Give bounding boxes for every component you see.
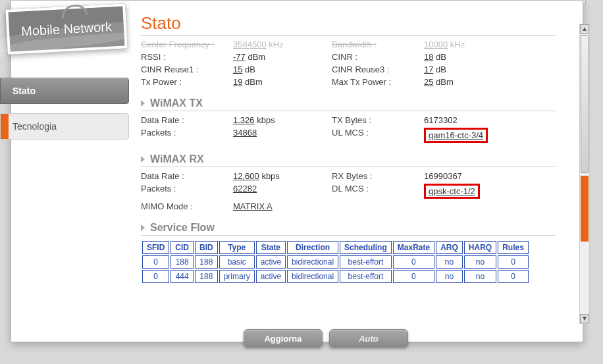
scrollbar-marker bbox=[581, 176, 589, 242]
table-header: Type bbox=[219, 241, 255, 254]
main-content: Stato Center Frequency : 3584500 kHz Ban… bbox=[141, 13, 569, 323]
auto-button[interactable]: Auto bbox=[329, 329, 408, 348]
tx-packets-value: 34868 bbox=[233, 128, 332, 143]
tx-datarate-value: 1.326 kbps bbox=[233, 115, 332, 125]
table-cell: no bbox=[436, 255, 463, 269]
rx-packets-label: Packets : bbox=[141, 184, 233, 199]
table-cell: bidirectional bbox=[287, 270, 338, 283]
rx-datarate-value: 12.600 kbps bbox=[233, 171, 332, 181]
rx-bytes-value: 16990367 bbox=[424, 171, 523, 181]
center-freq-label: Center Frequency : bbox=[141, 39, 233, 49]
table-header: SFID bbox=[142, 241, 169, 254]
rssi-value: -77 dBm bbox=[233, 52, 332, 62]
table-cell: 188 bbox=[195, 255, 218, 269]
arrow-right-icon bbox=[141, 224, 145, 231]
scroll-down-icon[interactable]: ▼ bbox=[580, 314, 589, 323]
button-row: Aggiorna Auto bbox=[244, 329, 408, 348]
table-header: Rules bbox=[498, 241, 529, 254]
sidebar-item-label: Stato bbox=[13, 86, 36, 96]
dlmcs-value: qpsk-ctc-1/2 bbox=[424, 184, 523, 199]
rssi-label: RSSI : bbox=[141, 52, 233, 62]
vertical-scrollbar[interactable]: ▲ ▼ bbox=[579, 24, 590, 324]
bandwidth-value: 10000 kHz bbox=[424, 39, 523, 49]
table-header: State bbox=[256, 241, 286, 254]
table-cell: best-effort bbox=[340, 255, 392, 269]
brand-text: Mobile Network bbox=[21, 19, 113, 39]
table-cell: 0 bbox=[498, 270, 529, 283]
table-header: HARQ bbox=[464, 241, 496, 254]
sidebar: Stato Tecnologia bbox=[0, 78, 129, 149]
cinr-label: CINR : bbox=[332, 52, 424, 62]
table-row: 0444188primaryactivebidirectionalbest-ef… bbox=[142, 270, 529, 283]
table-header: Direction bbox=[287, 241, 338, 254]
cinr-r1-label: CINR Reuse1 : bbox=[141, 65, 233, 74]
tx-bytes-value: 6173302 bbox=[424, 115, 523, 125]
section-service-flow: Service Flow bbox=[141, 222, 569, 234]
table-cell: 444 bbox=[170, 270, 194, 283]
table-cell: 0 bbox=[142, 255, 169, 269]
table-cell: no bbox=[464, 270, 496, 283]
table-cell: no bbox=[464, 255, 496, 269]
rx-bytes-label: RX Bytes : bbox=[332, 171, 424, 181]
sidebar-item-tecnologia[interactable]: Tecnologia bbox=[0, 113, 129, 140]
ulmcs-label: UL MCS : bbox=[332, 128, 424, 143]
cinr-r3-label: CINR Reuse3 : bbox=[332, 65, 424, 74]
scroll-up-icon[interactable]: ▲ bbox=[580, 24, 589, 34]
table-cell: basic bbox=[219, 255, 255, 269]
tx-packets-label: Packets : bbox=[141, 128, 233, 143]
sidebar-item-label: Tecnologia bbox=[13, 121, 57, 132]
table-cell: best-effort bbox=[340, 270, 392, 283]
txpower-value: 19 dBm bbox=[233, 77, 332, 87]
table-cell: no bbox=[436, 270, 463, 283]
section-wimax-tx: WiMAX TX bbox=[141, 97, 569, 109]
table-cell: active bbox=[256, 255, 286, 269]
txpower-label: Tx Power : bbox=[141, 77, 233, 87]
table-cell: 188 bbox=[195, 270, 218, 283]
maxtx-value: 25 dBm bbox=[424, 77, 523, 87]
arrow-right-icon bbox=[141, 156, 145, 163]
scrollbar-thumb[interactable] bbox=[581, 35, 589, 173]
cinr-r3-value: 17 dB bbox=[424, 65, 523, 74]
section-title: Service Flow bbox=[150, 222, 215, 234]
table-cell: bidirectional bbox=[287, 255, 338, 269]
tx-datarate-label: Data Rate : bbox=[141, 115, 233, 125]
table-cell: 0 bbox=[142, 270, 169, 283]
dlmcs-label: DL MCS : bbox=[332, 184, 424, 199]
refresh-button[interactable]: Aggiorna bbox=[244, 329, 323, 348]
table-cell: active bbox=[256, 270, 286, 283]
table-row: 0188188basicactivebidirectionalbest-effo… bbox=[142, 255, 529, 269]
maxtx-label: Max Tx Power : bbox=[332, 77, 424, 87]
table-cell: 0 bbox=[393, 255, 434, 269]
table-cell: primary bbox=[219, 270, 255, 283]
rx-packets-value: 62282 bbox=[233, 184, 332, 199]
section-wimax-rx: WiMAX RX bbox=[141, 153, 569, 165]
tx-bytes-label: TX Bytes : bbox=[332, 115, 424, 125]
cinr-r1-value: 15 dB bbox=[233, 65, 332, 74]
table-header: BID bbox=[195, 241, 218, 254]
page-title: Stato bbox=[141, 13, 569, 34]
service-flow-table: SFIDCIDBIDTypeStateDirectionSchedulingMa… bbox=[141, 240, 530, 284]
table-header: CID bbox=[170, 241, 194, 254]
cinr-value: 18 dB bbox=[424, 52, 523, 62]
arrow-right-icon bbox=[141, 100, 145, 107]
table-cell: 0 bbox=[498, 255, 529, 269]
rx-datarate-label: Data Rate : bbox=[141, 171, 233, 181]
mimo-value: MATRIX A bbox=[233, 201, 332, 211]
center-freq-value: 3584500 kHz bbox=[233, 39, 332, 49]
mimo-label: MIMO Mode : bbox=[141, 201, 233, 211]
table-header: MaxRate bbox=[393, 241, 434, 254]
ulmcs-value: qam16-ctc-3/4 bbox=[424, 128, 523, 143]
sidebar-item-stato[interactable]: Stato bbox=[0, 78, 129, 104]
section-title: WiMAX TX bbox=[150, 97, 203, 109]
table-cell: 0 bbox=[393, 270, 434, 283]
brand-tag: Mobile Network bbox=[5, 3, 127, 54]
table-cell: 188 bbox=[170, 255, 194, 269]
bandwidth-label: Bandwidth : bbox=[332, 39, 424, 49]
table-header: Scheduling bbox=[340, 241, 392, 254]
section-title: WiMAX RX bbox=[150, 153, 204, 165]
table-header: ARQ bbox=[436, 241, 463, 254]
